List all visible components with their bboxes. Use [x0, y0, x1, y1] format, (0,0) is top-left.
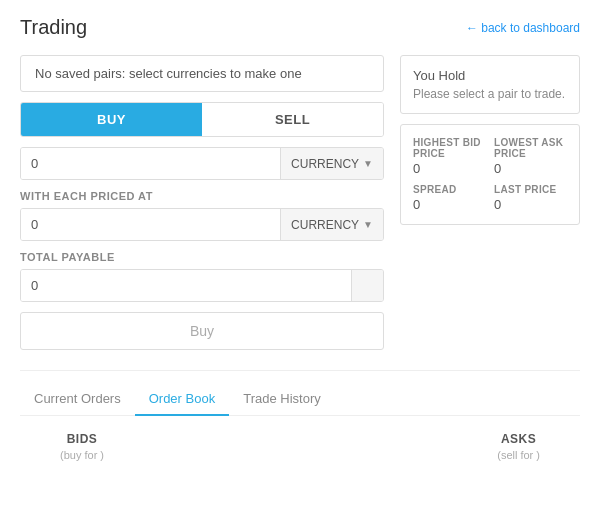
total-input-row — [20, 269, 384, 302]
page-container: Trading back to dashboard No saved pairs… — [0, 0, 600, 477]
market-data-grid: HIGHEST BID PRICE 0 LOWEST ASK PRICE 0 S… — [413, 137, 567, 212]
header: Trading back to dashboard — [20, 16, 580, 39]
total-input[interactable] — [21, 270, 351, 301]
tab-trade-history[interactable]: Trade History — [229, 383, 335, 416]
amount-currency-chevron: ▼ — [363, 158, 373, 169]
main-content: No saved pairs: select currencies to mak… — [20, 55, 580, 350]
left-panel: No saved pairs: select currencies to mak… — [20, 55, 384, 350]
spread-value: 0 — [413, 197, 486, 212]
last-price-item: LAST PRICE 0 — [494, 184, 567, 212]
you-hold-panel: You Hold Please select a pair to trade. — [400, 55, 580, 114]
bids-subtitle: (buy for ) — [60, 449, 104, 461]
amount-currency-dropdown[interactable]: CURRENCY ▼ — [280, 148, 383, 179]
last-price-value: 0 — [494, 197, 567, 212]
price-input-row: CURRENCY ▼ — [20, 208, 384, 241]
tab-current-orders[interactable]: Current Orders — [20, 383, 135, 416]
you-hold-title: You Hold — [413, 68, 567, 83]
lowest-ask-item: LOWEST ASK PRICE 0 — [494, 137, 567, 176]
total-payable-label: TOTAL PAYABLE — [20, 251, 384, 263]
lowest-ask-label: LOWEST ASK PRICE — [494, 137, 567, 159]
highest-bid-label: HIGHEST BID PRICE — [413, 137, 486, 159]
lowest-ask-value: 0 — [494, 161, 567, 176]
last-price-label: LAST PRICE — [494, 184, 567, 195]
buy-button[interactable]: Buy — [20, 312, 384, 350]
buy-sell-tabs: BUY SELL — [20, 102, 384, 137]
back-to-dashboard-link[interactable]: back to dashboard — [466, 21, 580, 35]
bids-asks-row: BIDS (buy for ) ASKS (sell for ) — [20, 432, 580, 461]
total-payable-section: TOTAL PAYABLE — [20, 251, 384, 302]
price-currency-chevron: ▼ — [363, 219, 373, 230]
highest-bid-item: HIGHEST BID PRICE 0 — [413, 137, 486, 176]
price-input[interactable] — [21, 209, 280, 240]
bids-title: BIDS — [60, 432, 104, 446]
order-tabs: Current Orders Order Book Trade History — [20, 371, 580, 416]
price-currency-label: CURRENCY — [291, 218, 359, 232]
spread-label: SPREAD — [413, 184, 486, 195]
price-section: WITH EACH PRICED AT CURRENCY ▼ — [20, 190, 384, 241]
spread-item: SPREAD 0 — [413, 184, 486, 212]
amount-input-row: CURRENCY ▼ — [20, 147, 384, 180]
tab-order-book[interactable]: Order Book — [135, 383, 229, 416]
amount-currency-label: CURRENCY — [291, 157, 359, 171]
price-currency-dropdown[interactable]: CURRENCY ▼ — [280, 209, 383, 240]
amount-input[interactable] — [21, 148, 280, 179]
right-panel: You Hold Please select a pair to trade. … — [400, 55, 580, 350]
asks-subtitle: (sell for ) — [497, 449, 540, 461]
total-input-suffix — [351, 270, 383, 301]
asks-title: ASKS — [497, 432, 540, 446]
page-title: Trading — [20, 16, 87, 39]
highest-bid-value: 0 — [413, 161, 486, 176]
saved-pairs-notice: No saved pairs: select currencies to mak… — [20, 55, 384, 92]
bids-column: BIDS (buy for ) — [60, 432, 104, 461]
asks-column: ASKS (sell for ) — [497, 432, 540, 461]
market-data-panel: HIGHEST BID PRICE 0 LOWEST ASK PRICE 0 S… — [400, 124, 580, 225]
sell-tab[interactable]: SELL — [202, 103, 383, 136]
bottom-section: Current Orders Order Book Trade History … — [20, 370, 580, 461]
buy-tab[interactable]: BUY — [21, 103, 202, 136]
you-hold-subtitle: Please select a pair to trade. — [413, 87, 567, 101]
price-section-label: WITH EACH PRICED AT — [20, 190, 384, 202]
